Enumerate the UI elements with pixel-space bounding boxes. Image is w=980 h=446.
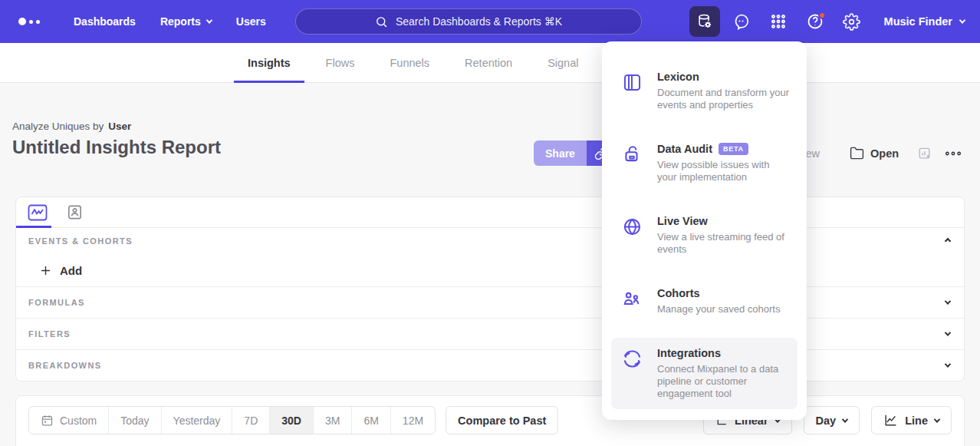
apps-grid-icon[interactable] — [763, 6, 794, 37]
messages-icon[interactable] — [726, 6, 757, 37]
range-today[interactable]: Today — [109, 407, 161, 434]
section-label: FILTERS — [28, 329, 71, 339]
lexicon-icon — [622, 71, 643, 111]
nav-users[interactable]: Users — [227, 9, 275, 34]
mixpanel-logo-icon[interactable] — [18, 18, 40, 25]
beta-badge: BETA — [719, 143, 748, 155]
save-chart-button[interactable] — [917, 140, 932, 166]
section-events-cohorts[interactable]: EVENTS & COHORTS — [16, 228, 964, 254]
project-name: Music Finder — [884, 15, 952, 28]
menu-item-lexicon[interactable]: Lexicon Document and transform your even… — [611, 61, 797, 121]
data-audit-icon — [622, 143, 643, 183]
section-formulas[interactable]: FORMULAS — [16, 286, 964, 318]
chevron-down-icon — [945, 329, 951, 335]
range-3m[interactable]: 3M — [314, 407, 352, 434]
chart-toolbar-card: Custom Today Yesterday 7D 30D 3M 6M 12M … — [15, 395, 965, 446]
topbar: Dashboards Reports Users Search Dashboar… — [0, 0, 980, 43]
notification-dot — [818, 12, 826, 19]
folder-icon — [850, 146, 864, 160]
query-builder-card: EVENTS & COHORTS Add FORMULAS FILTERS BR… — [15, 197, 965, 382]
nav-reports[interactable]: Reports — [151, 9, 221, 34]
range-6m[interactable]: 6M — [352, 407, 390, 434]
live-view-icon — [622, 215, 643, 256]
section-label: BREAKDOWNS — [28, 361, 102, 370]
section-label: EVENTS & COHORTS — [28, 236, 133, 246]
breadcrumb-entity[interactable]: User — [108, 121, 131, 132]
chevron-down-icon — [934, 416, 940, 422]
chevron-down-icon — [945, 361, 951, 367]
builder-mode-tabs — [16, 197, 964, 228]
report-tabbar: Insights Flows Funnels Retention Signal … — [0, 43, 980, 83]
chevron-up-icon — [945, 238, 951, 244]
search-input[interactable]: Search Dashboards & Reports ⌘K — [295, 8, 642, 35]
range-7d[interactable]: 7D — [232, 407, 270, 434]
chart-type-dropdown[interactable]: Line — [871, 406, 952, 434]
nav-dashboards[interactable]: Dashboards — [64, 9, 145, 34]
line-chart-icon — [883, 413, 898, 428]
range-custom[interactable]: Custom — [29, 407, 109, 434]
cohorts-icon — [622, 287, 643, 316]
menu-item-live-view[interactable]: Live View View a live streaming feed of … — [611, 206, 797, 265]
chart-plus-icon — [917, 146, 932, 161]
chevron-down-icon — [959, 17, 965, 23]
section-label: FORMULAS — [28, 298, 85, 307]
settings-gear-icon[interactable] — [837, 6, 867, 37]
tab-signal[interactable]: Signal — [534, 43, 592, 83]
more-options-button[interactable] — [945, 140, 962, 166]
metrics-tab-icon[interactable] — [27, 203, 48, 223]
tab-insights[interactable]: Insights — [234, 43, 304, 83]
breadcrumb: Analyze Uniques byUser — [12, 121, 131, 132]
search-icon — [375, 15, 388, 28]
data-management-icon[interactable] — [689, 6, 720, 37]
plus-icon — [39, 264, 52, 277]
topbar-icons: Music Finder — [689, 0, 980, 43]
integrations-icon — [622, 347, 643, 400]
chevron-down-icon — [842, 416, 848, 422]
tab-flows[interactable]: Flows — [312, 43, 369, 83]
compare-to-past-button[interactable]: Compare to Past — [446, 406, 558, 434]
share-button[interactable]: Share — [534, 140, 587, 166]
profiles-tab-icon[interactable] — [64, 203, 85, 223]
range-30d[interactable]: 30D — [270, 407, 314, 434]
menu-item-data-audit[interactable]: Data AuditBETA View possible issues with… — [611, 134, 797, 193]
tab-retention[interactable]: Retention — [451, 43, 526, 83]
data-apps-menu: Lexicon Document and transform your even… — [602, 41, 807, 420]
date-range-segmented-control: Custom Today Yesterday 7D 30D 3M 6M 12M — [28, 406, 436, 434]
calendar-icon — [41, 414, 54, 427]
chevron-down-icon — [945, 298, 951, 304]
project-selector[interactable]: Music Finder — [884, 15, 965, 28]
add-event-button[interactable]: Add — [16, 254, 964, 286]
menu-item-integrations[interactable]: Integrations Connect Mixpanel to a data … — [611, 338, 797, 409]
range-yesterday[interactable]: Yesterday — [162, 407, 233, 434]
chevron-down-icon — [206, 17, 212, 23]
search-placeholder: Search Dashboards & Reports ⌘K — [396, 15, 562, 28]
tab-funnels[interactable]: Funnels — [376, 43, 443, 83]
report-header: Analyze Uniques byUser Untitled Insights… — [0, 83, 980, 197]
open-report-button[interactable]: Open — [850, 140, 899, 166]
section-breakdowns[interactable]: BREAKDOWNS — [16, 349, 964, 381]
page-title[interactable]: Untitled Insights Report — [12, 137, 221, 158]
three-dots-icon — [945, 150, 962, 157]
page: Dashboards Reports Users Search Dashboar… — [0, 0, 980, 446]
topbar-nav: Dashboards Reports Users — [64, 9, 275, 34]
section-filters[interactable]: FILTERS — [16, 318, 964, 349]
range-12m[interactable]: 12M — [391, 407, 435, 434]
interval-dropdown[interactable]: Day — [804, 406, 860, 434]
help-icon[interactable] — [800, 6, 830, 37]
menu-item-cohorts[interactable]: Cohorts Manage your saved cohorts — [611, 278, 797, 325]
